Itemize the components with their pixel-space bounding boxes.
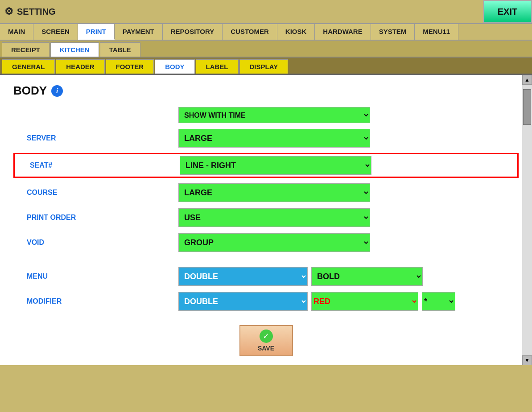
tab-body[interactable]: BODY	[155, 59, 194, 74]
seat-label: SEAT#	[16, 161, 180, 169]
tab-screen[interactable]: SCREEN	[33, 24, 78, 40]
tab-kiosk[interactable]: KIOSK	[277, 24, 315, 40]
tab-customer[interactable]: CUSTOMER	[223, 24, 277, 40]
seat-highlighted-row: SEAT# LINE - RIGHT LINE - LEFT INLINE HI…	[13, 153, 519, 178]
tab-label[interactable]: LABEL	[196, 59, 239, 74]
menu-label: MENU	[13, 272, 178, 280]
course-select[interactable]: LARGE SMALL MEDIUM HIDE	[178, 183, 370, 202]
seat-select[interactable]: LINE - RIGHT LINE - LEFT INLINE HIDE	[180, 156, 371, 175]
tab-receipt[interactable]: RECEIPT	[2, 42, 49, 57]
tab-hardware[interactable]: HARDWARE	[315, 24, 371, 40]
course-row: COURSE LARGE SMALL MEDIUM HIDE	[13, 182, 519, 203]
tab-general[interactable]: GENERAL	[2, 59, 55, 74]
menu-select-1[interactable]: DOUBLE SINGLE HIDE	[178, 267, 308, 286]
server-row: SERVER LARGE SMALL MEDIUM HIDE	[13, 128, 519, 148]
server-select[interactable]: LARGE SMALL MEDIUM HIDE	[178, 129, 370, 148]
void-select[interactable]: GROUP SINGLE HIDE	[178, 233, 370, 252]
nav-tabs-level1: MAIN SCREEN PRINT PAYMENT REPOSITORY CUS…	[0, 23, 532, 41]
page-title: BODY	[13, 84, 47, 98]
tab-kitchen[interactable]: KITCHEN	[50, 42, 99, 57]
tab-menu11[interactable]: MENU11	[415, 24, 458, 40]
form-section: SHOW WITH TIME SERVER LARGE SMALL MEDIUM…	[13, 107, 519, 312]
tab-header[interactable]: HEADER	[56, 59, 104, 74]
save-label: SAVE	[258, 345, 274, 352]
info-icon[interactable]: i	[51, 85, 63, 97]
server-label: SERVER	[13, 134, 178, 142]
modifier-select-1[interactable]: DOUBLE SINGLE	[178, 292, 308, 311]
print-order-select[interactable]: USE HIDE	[178, 208, 370, 227]
tab-payment[interactable]: PAYMENT	[115, 24, 163, 40]
exit-button[interactable]: EXIT	[483, 0, 532, 23]
scroll-up-button[interactable]: ▲	[522, 75, 532, 85]
void-label: VOID	[13, 239, 178, 247]
modifier-label: MODIFIER	[13, 297, 178, 305]
content-area: BODY i SHOW WITH TIME SERVER LARGE SMALL…	[0, 75, 532, 365]
partial-top-row: SHOW WITH TIME	[13, 107, 519, 124]
scroll-thumb[interactable]	[523, 89, 531, 125]
tab-display[interactable]: DISPLAY	[239, 59, 289, 74]
tab-main[interactable]: MAIN	[0, 24, 33, 40]
print-order-row: PRINT ORDER USE HIDE	[13, 207, 519, 228]
tab-repository[interactable]: REPOSITORY	[163, 24, 223, 40]
tab-print[interactable]: PRINT	[78, 24, 115, 40]
modifier-row: MODIFIER DOUBLE SINGLE RED GREEN BLACK *…	[13, 291, 519, 312]
nav-tabs-level2: RECEIPT KITCHEN TABLE	[0, 41, 532, 58]
menu-row: MENU DOUBLE SINGLE HIDE BOLD NORMAL	[13, 266, 519, 287]
save-area: ✓ SAVE	[13, 325, 519, 356]
tab-footer[interactable]: FOOTER	[106, 59, 154, 74]
nav-tabs-level3: GENERAL HEADER FOOTER BODY LABEL DISPLAY	[0, 58, 532, 75]
print-order-label: PRINT ORDER	[13, 214, 178, 222]
scrollbar: ▲ ▼	[522, 75, 532, 365]
save-button[interactable]: ✓ SAVE	[239, 325, 293, 356]
save-checkmark-icon: ✓	[260, 330, 273, 343]
gear-icon: ⚙	[4, 6, 13, 17]
menu-select-2[interactable]: BOLD NORMAL	[311, 267, 423, 286]
show-with-time-select[interactable]: SHOW WITH TIME	[178, 107, 370, 123]
app-title: ⚙ SETTING	[4, 6, 56, 17]
tab-table[interactable]: TABLE	[100, 42, 140, 57]
void-row: VOID GROUP SINGLE HIDE	[13, 232, 519, 253]
scroll-down-button[interactable]: ▼	[522, 355, 532, 365]
course-label: COURSE	[13, 189, 178, 197]
tab-system[interactable]: SYSTEM	[371, 24, 415, 40]
modifier-select-3[interactable]: * + -	[422, 292, 455, 311]
top-bar: ⚙ SETTING EXIT	[0, 0, 532, 23]
modifier-select-2[interactable]: RED GREEN BLACK	[311, 292, 418, 311]
page-title-row: BODY i	[13, 84, 519, 98]
